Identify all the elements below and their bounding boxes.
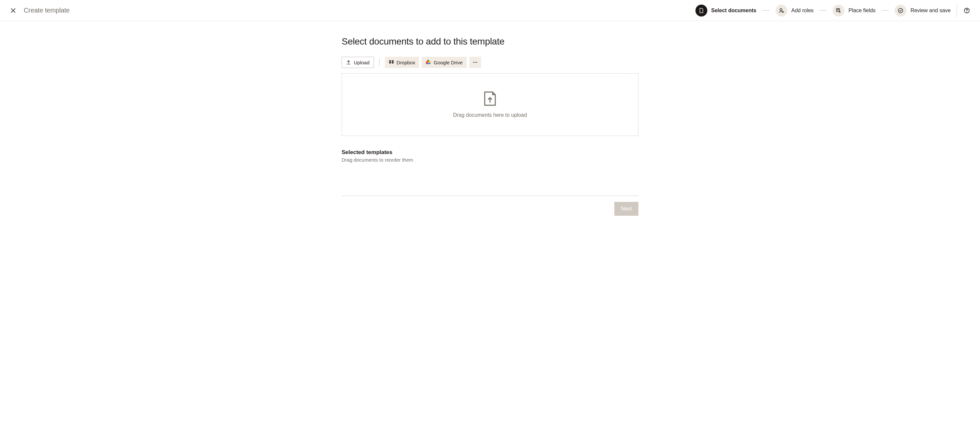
page-title: Create template bbox=[24, 6, 70, 14]
step-add-roles[interactable]: Add roles bbox=[776, 5, 814, 16]
svg-point-9 bbox=[473, 62, 474, 63]
selected-templates-subtitle: Drag documents to reorder them bbox=[342, 157, 638, 162]
dropbox-button[interactable]: Dropbox bbox=[385, 57, 420, 68]
selected-templates-section: Selected templates Drag documents to reo… bbox=[342, 149, 638, 162]
google-drive-button-label: Google Drive bbox=[434, 60, 463, 65]
header-actions bbox=[956, 4, 971, 17]
header-left: Create template bbox=[9, 6, 70, 14]
source-buttons: Upload Dropbox Google Drive bbox=[342, 57, 638, 68]
upload-button[interactable]: Upload bbox=[342, 57, 374, 68]
page-heading: Select documents to add to this template bbox=[342, 36, 638, 47]
svg-point-11 bbox=[476, 62, 477, 63]
help-icon bbox=[964, 7, 970, 14]
step-connector bbox=[762, 10, 770, 11]
source-divider bbox=[379, 59, 380, 66]
dropzone[interactable]: Drag documents here to upload bbox=[342, 73, 638, 136]
step-label: Place fields bbox=[848, 8, 875, 14]
upload-button-label: Upload bbox=[354, 60, 370, 65]
more-icon bbox=[473, 60, 478, 65]
step-label: Add roles bbox=[791, 8, 814, 14]
svg-point-2 bbox=[780, 9, 782, 11]
file-upload-icon bbox=[484, 91, 496, 106]
selected-templates-title: Selected templates bbox=[342, 149, 638, 156]
google-drive-icon bbox=[426, 60, 431, 65]
close-icon bbox=[10, 7, 16, 14]
header-right: Select documents Add roles bbox=[695, 4, 971, 17]
more-sources-button[interactable] bbox=[469, 57, 481, 68]
step-label: Review and save bbox=[910, 8, 951, 14]
wizard-steps: Select documents Add roles bbox=[695, 5, 951, 16]
step-select-documents[interactable]: Select documents bbox=[695, 5, 756, 16]
header: Create template Select documents bbox=[0, 0, 980, 21]
main-content: Select documents to add to this template… bbox=[342, 21, 638, 229]
dropbox-icon bbox=[389, 60, 394, 65]
svg-point-6 bbox=[898, 8, 903, 13]
close-button[interactable] bbox=[9, 6, 17, 14]
google-drive-button[interactable]: Google Drive bbox=[422, 57, 466, 68]
place-fields-icon bbox=[833, 5, 845, 16]
document-icon bbox=[695, 5, 707, 16]
step-connector bbox=[819, 10, 827, 11]
dropbox-button-label: Dropbox bbox=[397, 60, 415, 65]
help-button[interactable] bbox=[963, 6, 971, 14]
step-label: Select documents bbox=[711, 8, 756, 14]
dropzone-text: Drag documents here to upload bbox=[453, 112, 527, 118]
upload-icon bbox=[346, 60, 351, 65]
svg-point-10 bbox=[474, 62, 476, 63]
next-button-label: Next bbox=[621, 206, 632, 212]
step-place-fields[interactable]: Place fields bbox=[833, 5, 875, 16]
footer-actions: Next bbox=[342, 202, 638, 216]
footer-divider bbox=[342, 196, 638, 196]
step-review-save[interactable]: Review and save bbox=[895, 5, 951, 16]
step-connector bbox=[881, 10, 889, 11]
svg-point-8 bbox=[967, 11, 967, 12]
add-user-icon bbox=[776, 5, 788, 16]
next-button[interactable]: Next bbox=[614, 202, 638, 216]
check-circle-icon bbox=[895, 5, 907, 16]
